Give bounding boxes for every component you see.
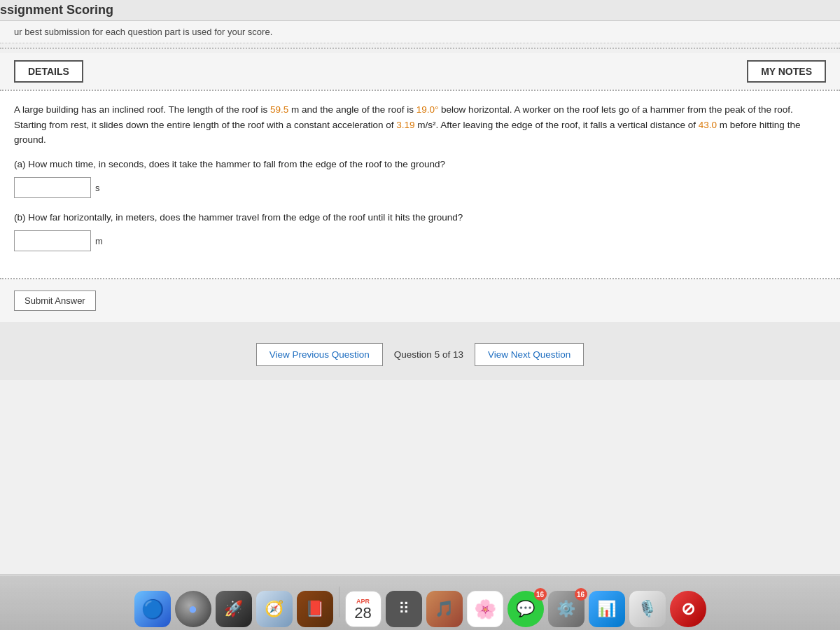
submit-button[interactable]: Submit Answer (14, 290, 96, 311)
dock-audio-icon[interactable]: 🎙️ (629, 591, 666, 627)
page-header: ssignment Scoring (0, 0, 840, 21)
part-b-unit: m (95, 236, 103, 246)
prev-question-button[interactable]: View Previous Question (256, 343, 383, 366)
part-b-label: (b) How far horizontally, in meters, doe… (14, 211, 826, 225)
messages-badge: 16 (534, 588, 547, 601)
question-text: A large building has an inclined roof. T… (14, 102, 826, 148)
dock-photos-icon[interactable]: 🌸 (467, 591, 503, 627)
subtitle-bar: ur best submission for each question par… (0, 21, 840, 43)
dock-browser-icon[interactable]: 🧭 (256, 591, 293, 627)
main-content: ssignment Scoring ur best submission for… (0, 0, 840, 574)
dock-music-icon[interactable]: 🎵 (426, 591, 463, 627)
calendar-day: 28 (354, 606, 371, 621)
details-button[interactable]: DETAILS (14, 60, 83, 83)
dock-messages-icon[interactable]: 💬 16 (507, 591, 544, 627)
value-roof-angle: 19.0° (416, 104, 439, 115)
dock-launchpad-icon[interactable]: 🚀 (216, 591, 252, 627)
top-divider (0, 48, 840, 49)
dock-separator-1 (339, 587, 340, 617)
submit-section: Submit Answer (0, 279, 840, 322)
next-question-button[interactable]: View Next Question (475, 343, 584, 366)
dock-calendar-icon[interactable]: APR 28 (345, 591, 382, 627)
dock-siri-icon[interactable]: ● (175, 591, 211, 627)
details-row: DETAILS MY NOTES (0, 53, 840, 90)
part-a-answer-row: s (14, 177, 826, 198)
part-a-input[interactable] (14, 177, 91, 198)
part-a-unit: s (95, 183, 100, 193)
dock-grid-icon[interactable]: ⠿ (386, 591, 422, 627)
question-counter: Question 5 of 13 (383, 344, 475, 365)
header-title: ssignment Scoring (0, 3, 113, 17)
part-b-input[interactable] (14, 230, 91, 251)
subtitle-text: ur best submission for each question par… (14, 27, 272, 37)
dock: 🔵 ● 🚀 🧭 📕 APR 28 ⠿ 🎵 🌸 💬 16 ⚙️ 16 (0, 575, 840, 630)
sysprefs-badge: 16 (575, 588, 587, 601)
part-a-label: (a) How much time, in seconds, does it t… (14, 158, 826, 172)
dock-sysprefs-icon[interactable]: ⚙️ 16 (548, 591, 584, 627)
part-b-answer-row: m (14, 230, 826, 251)
question-part-a: (a) How much time, in seconds, does it t… (14, 158, 826, 198)
calendar-month: APR (356, 598, 370, 605)
dock-finder-icon[interactable]: 🔵 (134, 591, 171, 627)
dock-files-icon[interactable]: 📕 (297, 591, 333, 627)
value-acceleration: 3.19 (396, 120, 414, 130)
value-vertical-distance: 43.0 (699, 120, 717, 130)
navigation-row: View Previous Question Question 5 of 13 … (0, 322, 840, 380)
question-part-b: (b) How far horizontally, in meters, doe… (14, 211, 826, 251)
value-roof-length: 59.5 (270, 104, 288, 115)
dock-dnd-icon[interactable]: ⊘ (670, 591, 706, 627)
question-body: A large building has an inclined roof. T… (0, 90, 840, 279)
dock-charts-icon[interactable]: 📊 (589, 591, 625, 627)
my-notes-button[interactable]: MY NOTES (747, 60, 826, 83)
